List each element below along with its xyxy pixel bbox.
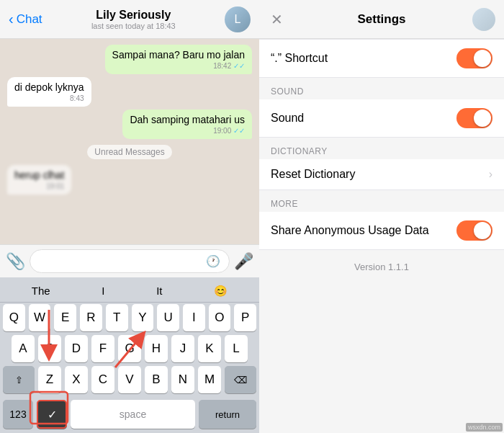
contact-avatar[interactable]: L <box>225 6 251 32</box>
key-y[interactable]: Y <box>132 304 154 331</box>
bubble-text: Dah samping matahari us <box>130 114 245 125</box>
key-f[interactable]: F <box>91 335 114 362</box>
key-shift[interactable]: ⇧ <box>3 366 35 393</box>
sound-label: Sound <box>271 112 304 125</box>
chat-header: ‹ Chat Lily Seriously last seen today at… <box>0 0 259 39</box>
key-g[interactable]: G <box>118 335 141 362</box>
chat-messages: Sampai mana? Baru mo jalan 18:42 ✓✓ di d… <box>0 39 259 244</box>
suggestion-the[interactable]: The <box>26 283 56 299</box>
message-bubble-3: Dah samping matahari us 19:00 ✓✓ <box>122 110 252 139</box>
key-return[interactable]: return <box>199 400 256 429</box>
bubble-text: Sampai mana? Baru mo jalan <box>112 49 245 61</box>
settings-title: Settings <box>357 12 405 27</box>
sound-toggle[interactable] <box>456 108 492 128</box>
key-e[interactable]: E <box>54 304 76 331</box>
settings-item-dot-shortcut: “.” Shortcut <box>259 39 504 78</box>
key-r[interactable]: R <box>80 304 102 331</box>
key-row-2: A S D F G H J K L <box>3 335 256 362</box>
keyboard-rows: Q W E R T Y U I O P A S D F G H J K <box>0 303 259 398</box>
key-k[interactable]: K <box>198 335 221 362</box>
bubble-time: 19:01 <box>14 182 64 190</box>
back-chevron-icon: ‹ <box>9 11 14 27</box>
keyboard: The I It 😊 Q W E R T Y U I O P A S <box>0 277 259 433</box>
settings-section-dictionary: DICTIONARY Reset Dictionary › <box>259 138 504 190</box>
unread-divider: Unread Messages <box>87 145 171 159</box>
key-row-3: ⇧ Z X C V B N M ⌫ <box>3 366 256 393</box>
suggestion-i[interactable]: I <box>96 283 110 299</box>
clock-icon: 🕐 <box>206 254 220 268</box>
key-x[interactable]: X <box>65 366 88 393</box>
toggle-thumb <box>474 50 491 67</box>
settings-item-share-usage: Share Anonymous Usage Data <box>259 212 504 250</box>
bubble-time: 8:43 <box>14 94 84 102</box>
contact-name: Lily Seriously <box>96 9 171 22</box>
back-label: Chat <box>17 12 42 27</box>
settings-section-shortcuts: “.” Shortcut <box>259 39 504 78</box>
message-bubble-1: Sampai mana? Baru mo jalan 18:42 ✓✓ <box>105 45 252 74</box>
bubble-time: 19:00 ✓✓ <box>130 127 245 135</box>
contact-status: last seen today at 18:43 <box>91 22 176 30</box>
settings-body: “.” Shortcut SOUND Sound DICTIONARY Rese… <box>259 39 504 433</box>
suggestion-it[interactable]: It <box>150 283 168 299</box>
dot-shortcut-label: “.” Shortcut <box>271 52 328 65</box>
key-t[interactable]: T <box>106 304 128 331</box>
toggle-thumb <box>474 222 491 239</box>
key-o[interactable]: O <box>209 304 231 331</box>
mic-button[interactable]: 🎤 <box>234 252 253 271</box>
settings-section-sound: SOUND Sound <box>259 78 504 138</box>
dictionary-section-header: DICTIONARY <box>259 138 504 159</box>
key-l[interactable]: L <box>225 335 248 362</box>
key-s[interactable]: S <box>38 335 61 362</box>
key-c[interactable]: C <box>91 366 114 393</box>
key-z[interactable]: Z <box>38 366 61 393</box>
key-p[interactable]: P <box>234 304 256 331</box>
back-button[interactable]: ‹ Chat <box>9 11 42 27</box>
suggestion-emoji[interactable]: 😊 <box>208 283 233 299</box>
key-d[interactable]: D <box>65 335 88 362</box>
key-n[interactable]: N <box>171 366 194 393</box>
share-usage-label: Share Anonymous Usage Data <box>271 224 429 237</box>
share-usage-toggle[interactable] <box>456 220 492 241</box>
key-v[interactable]: V <box>118 366 141 393</box>
key-u[interactable]: U <box>157 304 179 331</box>
tick-marks: ✓✓ <box>233 127 245 135</box>
sound-section-header: SOUND <box>259 78 504 99</box>
toggle-thumb <box>474 110 491 127</box>
settings-back-avatar <box>472 8 495 31</box>
settings-item-sound: Sound <box>259 99 504 138</box>
more-section-header: MORE <box>259 190 504 212</box>
tick-marks: ✓✓ <box>233 62 245 70</box>
settings-section-more: MORE Share Anonymous Usage Data <box>259 190 504 250</box>
key-b[interactable]: B <box>145 366 168 393</box>
bubble-time: 18:42 ✓✓ <box>112 62 245 70</box>
message-bubble-5: herup clhat 19:01 <box>7 165 71 195</box>
settings-header: ✕ Settings <box>259 0 504 39</box>
chat-panel: ‹ Chat Lily Seriously last seen today at… <box>0 0 259 433</box>
key-numbers[interactable]: 123 <box>3 400 33 429</box>
key-send[interactable]: ✓ <box>37 400 67 429</box>
settings-close-button[interactable]: ✕ <box>271 11 283 28</box>
key-a[interactable]: A <box>12 335 35 362</box>
key-space[interactable]: space <box>71 400 195 429</box>
key-h[interactable]: H <box>145 335 168 362</box>
message-bubble-2: di depok lyknya 8:43 <box>7 77 91 107</box>
key-w[interactable]: W <box>29 304 51 331</box>
key-i[interactable]: I <box>183 304 205 331</box>
keyboard-bottom-row: 123 ✓ space return <box>0 398 259 430</box>
contact-info: Lily Seriously last seen today at 18:43 <box>48 9 219 30</box>
attach-button[interactable]: 📎 <box>6 252 25 271</box>
settings-item-reset-dictionary[interactable]: Reset Dictionary › <box>259 159 504 190</box>
chat-input-bar: 📎 🕐 🎤 <box>0 244 259 277</box>
settings-version: Version 1.1.1 <box>259 250 504 284</box>
key-m[interactable]: M <box>198 366 221 393</box>
key-row-1: Q W E R T Y U I O P <box>3 304 256 331</box>
message-input-field[interactable]: 🕐 <box>30 249 230 273</box>
settings-panel: ✕ Settings “.” Shortcut SOUND Sound <box>259 0 504 433</box>
avatar-initial: L <box>235 13 241 26</box>
key-delete[interactable]: ⌫ <box>225 366 256 393</box>
key-j[interactable]: J <box>171 335 194 362</box>
chevron-right-icon: › <box>489 168 492 181</box>
bubble-text: herup clhat <box>14 169 64 181</box>
dot-shortcut-toggle[interactable] <box>456 48 492 68</box>
key-q[interactable]: Q <box>3 304 25 331</box>
